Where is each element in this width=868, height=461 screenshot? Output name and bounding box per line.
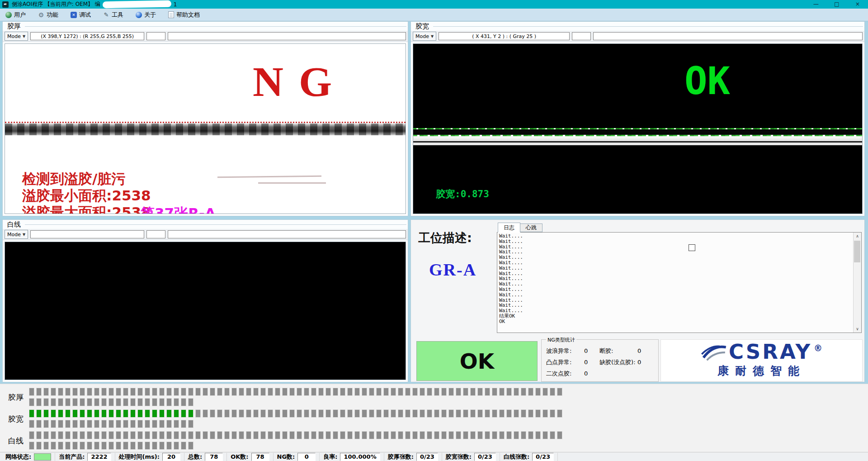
chevron-down-icon: ▼ xyxy=(431,34,434,38)
frame-square xyxy=(130,420,136,428)
log-line: Wait.... xyxy=(499,266,523,271)
frame-square xyxy=(174,420,179,428)
overall-result-indicator: OK xyxy=(416,341,538,381)
frame-square xyxy=(203,388,208,396)
station-id: GR-A xyxy=(429,260,476,280)
frame-square xyxy=(340,431,345,439)
frame-square xyxy=(116,409,121,418)
frame-square xyxy=(304,388,309,396)
frame-square xyxy=(499,409,505,418)
ng-stats-column-1: 波浪异常:0凸点异常:0二次点胶:0 xyxy=(546,345,588,379)
frame-square xyxy=(87,409,92,418)
ng-stats-column-2: 断胶:0缺胶(没点胶):0 xyxy=(599,345,641,368)
frame-square xyxy=(542,388,548,396)
frame-square xyxy=(318,409,324,418)
minimize-button[interactable]: — xyxy=(806,0,826,9)
frame-square xyxy=(253,388,259,396)
status-label: 处理时间(ms): xyxy=(119,453,160,461)
frame-square xyxy=(145,398,150,406)
frame-square xyxy=(94,431,99,439)
frame-square xyxy=(123,398,128,406)
frame-square xyxy=(499,388,505,396)
scroll-down-icon[interactable]: ∨ xyxy=(854,327,861,331)
menu-item-label: 工具 xyxy=(112,11,123,19)
frame-square xyxy=(203,409,208,418)
frame-square xyxy=(369,409,374,418)
scrollbar-thumb[interactable] xyxy=(854,241,860,262)
frame-square xyxy=(434,388,439,396)
frame-square xyxy=(94,442,99,450)
glue-line-band xyxy=(413,128,862,145)
log-line: Wait.... xyxy=(499,260,523,266)
frame-square xyxy=(65,388,71,396)
panel-title: 胶宽 xyxy=(415,22,429,31)
frame-square xyxy=(108,398,114,406)
frame-square xyxy=(347,388,353,396)
maximize-button[interactable]: □ xyxy=(826,0,847,9)
frame-square xyxy=(268,431,273,439)
frame-square xyxy=(43,398,49,406)
frame-square xyxy=(477,431,483,439)
log-listbox[interactable]: Wait....Wait....Wait....Wait....Wait....… xyxy=(497,232,862,333)
defect-message-line: 检测到溢胶/脏污 xyxy=(22,171,151,187)
frame-square xyxy=(174,409,179,418)
menu-item-about[interactable]: 关于 xyxy=(136,11,156,19)
frame-square xyxy=(43,420,49,428)
menu-item-functions[interactable]: 功能 xyxy=(38,11,58,19)
frame-square xyxy=(521,409,526,418)
frame-square xyxy=(65,442,71,450)
mode-dropdown[interactable]: Mode▼ xyxy=(5,230,28,239)
ng-stat-value: 0 xyxy=(637,359,641,366)
frame-square xyxy=(260,409,266,418)
about-icon xyxy=(136,12,142,18)
frame-square xyxy=(362,431,367,439)
frame-square xyxy=(550,409,555,418)
mode-dropdown[interactable]: Mode▼ xyxy=(5,32,28,41)
frame-square xyxy=(470,409,476,418)
frame-square xyxy=(557,431,562,439)
frame-square xyxy=(101,431,107,439)
frame-progress-area: 胶厚胶宽白线 xyxy=(0,384,868,452)
frame-square xyxy=(101,420,107,428)
status-label: 良率: xyxy=(323,453,337,461)
frame-square xyxy=(87,442,92,450)
menu-item-debug[interactable]: 调试 xyxy=(71,11,91,19)
log-scrollbar[interactable]: ∧ ∨ xyxy=(853,233,861,333)
close-button[interactable]: × xyxy=(847,0,868,9)
frame-square xyxy=(448,431,454,439)
frame-square xyxy=(152,442,157,450)
status-value: 0/23 xyxy=(532,453,554,461)
ng-stat-row: 断胶:0 xyxy=(599,345,641,356)
frame-square xyxy=(246,388,251,396)
frame-square xyxy=(145,388,150,396)
status-label: 胶厚张数: xyxy=(388,453,414,461)
user-icon xyxy=(5,12,12,18)
frame-square xyxy=(58,431,63,439)
tab-日志[interactable]: 日志 xyxy=(498,223,520,233)
frame-square xyxy=(43,442,49,450)
menu-item-tools[interactable]: 工具 xyxy=(103,11,123,19)
frame-square xyxy=(130,398,136,406)
frame-square xyxy=(130,431,136,439)
scroll-up-icon[interactable]: ∧ xyxy=(854,234,861,238)
frame-square xyxy=(282,409,288,418)
frame-square xyxy=(159,431,165,439)
mode-dropdown[interactable]: Mode▼ xyxy=(413,32,436,41)
menu-item-help[interactable]: 帮助文档 xyxy=(168,11,200,19)
app-window: ✒ 侧涂AOI程序 【当前用户: OEM】 编 1 —□× 用户功能调试工具关于… xyxy=(0,0,868,461)
small-field xyxy=(572,32,591,40)
tab-心跳[interactable]: 心跳 xyxy=(520,223,542,232)
log-checkbox[interactable] xyxy=(689,244,695,251)
frame-square xyxy=(188,420,193,428)
menu-item-user[interactable]: 用户 xyxy=(5,11,26,19)
frame-square xyxy=(268,409,273,418)
frame-square xyxy=(72,431,78,439)
frame-square xyxy=(94,388,99,396)
frame-square xyxy=(108,409,114,418)
ng-stat-row: 波浪异常:0 xyxy=(546,345,588,356)
chevron-down-icon: ▼ xyxy=(23,233,25,237)
frame-square xyxy=(477,409,483,418)
pixel-readout-field: (X 398,Y 1272) : (R 255,G 255,B 255) xyxy=(30,32,144,40)
status-item-ng-count: NG数:0 xyxy=(274,453,320,461)
frame-square xyxy=(542,431,548,439)
